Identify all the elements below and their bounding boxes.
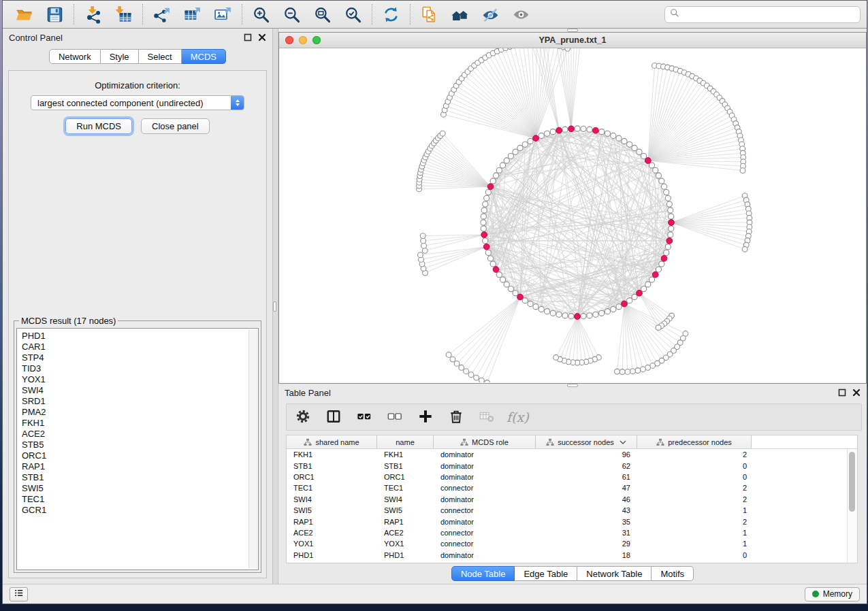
mcds-result-item[interactable]: TEC1 [22,494,258,505]
table-cell[interactable]: SWI4 [377,495,434,503]
table-cell[interactable]: 18 [536,551,637,559]
hide-selected-button[interactable] [481,5,500,24]
table-cell[interactable]: 43 [536,506,637,514]
network-canvas[interactable] [279,48,866,383]
mcds-result-item[interactable]: STB1 [22,472,258,483]
table-cell[interactable]: PHD1 [287,551,377,559]
mcds-result-item[interactable]: PHD1 [22,331,258,342]
table-cell[interactable]: connector [434,506,536,514]
export-image-button[interactable] [213,5,233,24]
close-panel-icon[interactable] [258,33,266,42]
table-cell[interactable]: connector [434,529,536,537]
table-cell[interactable]: 0 [637,473,752,481]
mcds-result-item[interactable]: ACE2 [22,429,258,440]
mcds-result-item[interactable]: SRD1 [22,396,258,407]
table-cell[interactable]: 2 [637,450,752,459]
table-cell[interactable]: dominator [434,462,536,470]
table-cell[interactable]: 31 [536,529,637,537]
add-column-button[interactable] [417,409,434,425]
table-cell[interactable]: STB1 [287,462,377,470]
task-history-button[interactable] [10,587,28,601]
network-graph[interactable] [279,48,866,382]
memory-button[interactable]: Memory [805,587,860,601]
show-all-button[interactable] [511,5,531,24]
splitter-grip[interactable] [273,301,276,312]
table-row[interactable]: ACE2ACE2connector311 [287,527,857,538]
table-cell[interactable]: SWI5 [287,506,377,514]
table-cell[interactable]: 2 [637,495,752,503]
table-cell[interactable]: TEC1 [377,484,434,492]
open-file-button[interactable] [14,5,34,24]
zoom-selected-button[interactable] [343,5,363,24]
column-header-MCDS-role[interactable]: MCDS role [434,435,536,448]
tab-style[interactable]: Style [101,49,139,64]
table-cell[interactable]: 96 [536,450,637,459]
column-header-predecessor-nodes[interactable]: predecessor nodes [637,435,752,448]
table-cell[interactable]: 46 [536,495,637,503]
tab-mcds[interactable]: MCDS [182,49,226,64]
table-cell[interactable]: TEC1 [287,484,377,492]
import-table-button[interactable] [114,5,133,24]
table-cell[interactable]: FKH1 [287,450,377,459]
deselect-all-button[interactable] [387,409,403,425]
table-cell[interactable]: ORC1 [377,473,434,481]
table-cell[interactable]: dominator [434,495,536,503]
table-row[interactable]: PHD1PHD1dominator180 [287,550,857,561]
table-cell[interactable]: connector [434,484,536,492]
mcds-result-item[interactable]: ORC1 [22,450,258,461]
tab-edge-table[interactable]: Edge Table [515,566,577,581]
mcds-result-item[interactable]: RAP1 [22,461,258,472]
table-cell[interactable]: YOX1 [287,540,377,548]
table-cell[interactable]: connector [434,540,536,548]
float-panel-icon[interactable] [244,33,252,42]
table-cell[interactable]: YOX1 [377,540,434,548]
tab-node-table[interactable]: Node Table [451,566,515,581]
table-cell[interactable]: 1 [637,540,752,548]
close-panel-button[interactable]: Close panel [141,118,210,134]
mcds-result-item[interactable]: PMA2 [22,407,258,418]
table-cell[interactable]: FKH1 [377,450,434,459]
table-cell[interactable]: 1 [637,506,752,514]
run-mcds-button[interactable]: Run MCDS [65,118,132,134]
mcds-result-list[interactable]: PHD1CAR1STP4TID3YOX1SWI4SRD1PMA2FKH1ACE2… [16,328,259,570]
mcds-result-item[interactable]: SWI4 [22,385,258,396]
close-window-icon[interactable] [285,36,293,44]
splitter-grip-top[interactable] [567,29,578,32]
maximize-window-icon[interactable] [312,36,321,44]
table-row[interactable]: YOX1YOX1connector291 [287,538,857,549]
refresh-layout-button[interactable] [381,5,401,24]
export-network-button[interactable] [152,5,172,24]
splitter-grip-bottom[interactable] [567,384,578,387]
mcds-result-item[interactable]: GCR1 [22,505,258,516]
table-row[interactable]: FKH1FKH1dominator962 [287,449,857,460]
table-cell[interactable]: 61 [536,473,637,481]
network-window-titlebar[interactable]: YPA_prune.txt_1 [279,33,866,48]
table-cell[interactable]: dominator [434,450,536,459]
minimize-window-icon[interactable] [299,36,307,44]
table-scrollbar[interactable] [847,449,857,563]
zoom-fit-button[interactable] [312,5,332,24]
import-network-button[interactable] [83,5,103,24]
table-cell[interactable]: 0 [637,462,752,470]
mcds-result-item[interactable]: TID3 [22,363,258,374]
tab-select[interactable]: Select [139,49,182,64]
delete-column-button[interactable] [448,409,464,425]
table-row[interactable]: SWI4SWI4dominator462 [287,494,857,505]
table-cell[interactable]: 2 [637,484,752,492]
table-cell[interactable]: 35 [536,518,637,526]
table-cell[interactable]: dominator [434,518,536,526]
mcds-result-item[interactable]: FKH1 [22,418,258,429]
table-cell[interactable]: 29 [536,540,637,548]
mcds-result-item[interactable]: STB5 [22,440,258,450]
mcds-result-item[interactable]: STP4 [22,352,258,363]
table-row[interactable]: ORC1ORC1dominator610 [287,472,857,482]
table-cell[interactable]: ACE2 [377,529,434,537]
zoom-in-button[interactable] [251,5,271,24]
table-cell[interactable]: SWI4 [287,495,377,503]
zoom-out-button[interactable] [282,5,302,24]
column-header-name[interactable]: name [377,435,434,448]
mcds-result-item[interactable]: CAR1 [22,342,258,352]
export-table-button[interactable] [182,5,202,24]
table-cell[interactable]: dominator [434,473,536,481]
close-table-panel-icon[interactable] [852,389,861,397]
